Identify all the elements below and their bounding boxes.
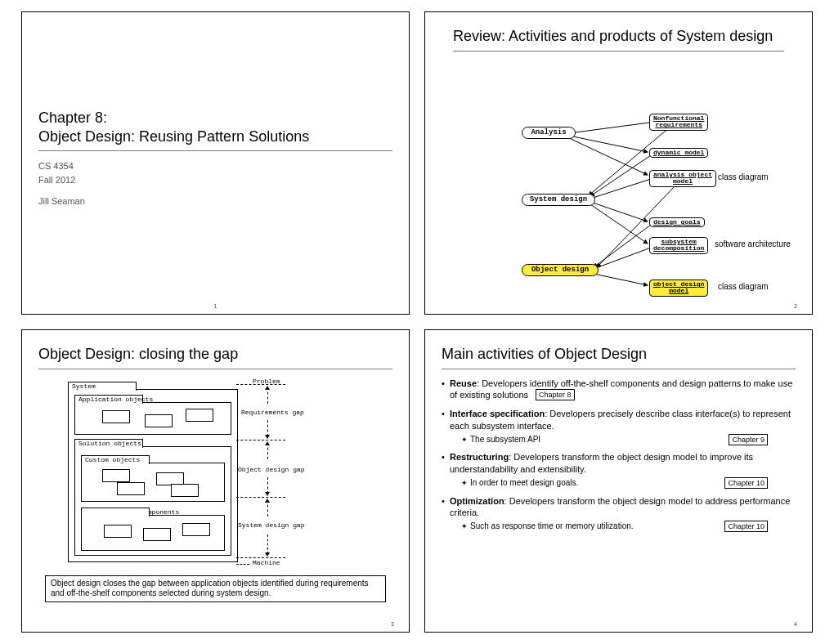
restruct-sub: In order to meet design goals. Chapter 1… <box>450 477 796 489</box>
caption: Object design closes the gap between app… <box>45 575 386 602</box>
chapter-box-8: Chapter 8 <box>536 389 575 400</box>
ifspec-sub: The subsystem API Chapter 9 <box>450 434 796 445</box>
reuse-head: Reuse <box>450 378 477 388</box>
page-number: 4 <box>794 621 797 627</box>
slide-4: Main activities of Object Design Reuse: … <box>424 329 813 633</box>
svg-line-9 <box>594 248 651 269</box>
term: Fall 2012 <box>38 173 392 187</box>
chapter-box-10a: Chapter 10 <box>724 477 768 489</box>
folder-custom-objects-label: Custom objects <box>85 456 140 463</box>
label-software-arch: software architecture <box>715 239 791 248</box>
opt-sub: Such as response time or memory utilizat… <box>450 521 796 532</box>
page-number: 3 <box>391 621 394 627</box>
svg-line-0 <box>569 123 649 133</box>
slide-1: Chapter 8: Object Design: Reusing Patter… <box>21 11 410 315</box>
slide-3: Object Design: closing the gap System Pr… <box>21 329 410 633</box>
instructor: Jill Seaman <box>38 195 392 208</box>
label-class-diagram-1: class diagram <box>718 172 769 181</box>
bullet-list: Reuse: Developers identify off-the-shelf… <box>442 378 796 532</box>
slide-title: Object Design: closing the gap <box>38 345 392 364</box>
opt-head: Optimization <box>450 496 504 506</box>
svg-line-11 <box>594 274 648 285</box>
ifspec-head: Interface specification <box>450 409 545 418</box>
divider <box>442 369 796 369</box>
folder-solution-objects-label: Solution objects <box>78 440 141 447</box>
label-obj-gap: Object design gap <box>238 466 305 473</box>
chapter-box-10b: Chapter 10 <box>724 521 768 532</box>
label-req-gap: Requirements gap <box>241 409 304 416</box>
svg-line-4 <box>590 179 651 199</box>
gap-figure: System Problem Application objects Requi… <box>38 378 392 574</box>
bullet-ifspec: Interface specification: Developers prec… <box>442 408 796 445</box>
node-object-design: Object design <box>522 264 599 276</box>
node-analysis: Analysis <box>522 127 576 139</box>
label-machine: Machine <box>253 559 280 566</box>
page-number: 2 <box>794 303 797 309</box>
divider <box>38 150 392 151</box>
node-analysis-object-model: analysis objectmodel <box>649 170 716 187</box>
node-system-design: System design <box>522 194 595 206</box>
folder-system-label: System <box>72 382 96 390</box>
chapter-box-9: Chapter 9 <box>729 434 768 445</box>
label-sys-gap: System design gap <box>238 521 305 529</box>
title-line-a: Chapter 8: <box>38 110 107 126</box>
slide-meta: CS 4354 Fall 2012 Jill Seaman <box>38 159 392 208</box>
node-dynamic-model: dynamic model <box>649 148 708 158</box>
divider <box>38 369 392 369</box>
svg-line-8 <box>594 225 651 267</box>
course-code: CS 4354 <box>38 159 392 173</box>
page-number: 1 <box>214 303 217 309</box>
svg-line-6 <box>590 202 648 221</box>
svg-line-3 <box>590 155 651 196</box>
node-design-goals: design goals <box>649 217 705 227</box>
arrows-svg <box>425 12 813 306</box>
reuse-body: : Developers identify off-the-shelf comp… <box>450 378 792 400</box>
label-class-diagram-2: class diagram <box>718 282 769 291</box>
node-subsystem-decomp: subsystemdecomposition <box>649 237 708 254</box>
bullet-restruct: Restructuring: Developers transform the … <box>442 451 796 488</box>
node-object-design-model: object designmodel <box>649 280 708 297</box>
slide-title: Chapter 8: Object Design: Reusing Patter… <box>38 109 392 145</box>
title-line-b: Object Design: Reusing Pattern Solutions <box>38 128 309 145</box>
folder-app-objects-label: Application objects <box>78 396 153 403</box>
slide-2: Review: Activities and products of Syste… <box>424 11 813 315</box>
node-nonfunctional: Nonfunctionalrequirements <box>649 114 708 131</box>
bullet-reuse: Reuse: Developers identify off-the-shelf… <box>442 378 796 402</box>
bullet-opt: Optimization: Developers transform the o… <box>442 495 796 532</box>
restruct-head: Restructuring <box>450 452 509 462</box>
slide-title: Main activities of Object Design <box>442 345 796 364</box>
